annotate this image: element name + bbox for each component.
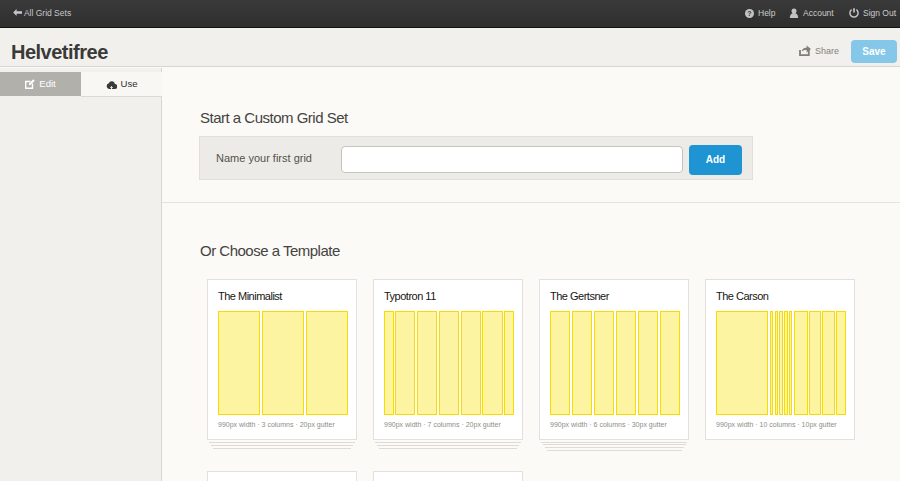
svg-text:?: ? (747, 10, 751, 17)
